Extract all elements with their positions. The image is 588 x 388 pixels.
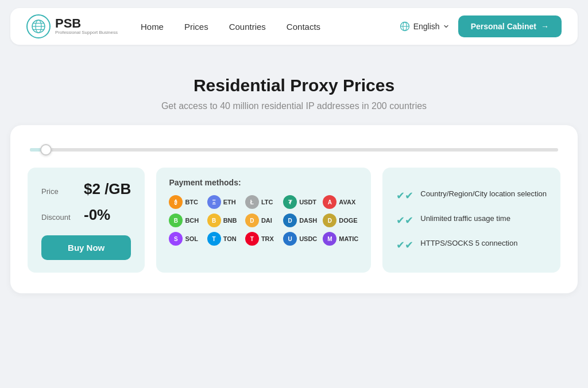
logo-psb: PSB [55,17,118,30]
crypto-item-avax: A AVAX [323,195,358,209]
crypto-icon-usdt: ₮ [283,195,297,209]
crypto-item-btc: ₿ BTC [169,195,201,209]
nav-right: English Personal Cabinet → [400,15,562,37]
discount-value: -0% [84,206,110,224]
crypto-label-dash: DASH [299,217,317,224]
crypto-label-matic: MATIC [339,235,358,242]
bottom-section: Price $2 /GB Discount -0% Buy Now Paymen… [28,168,560,273]
nav-prices[interactable]: Prices [184,22,208,32]
crypto-grid: ₿ BTC Ξ ETH Ł LTC ₮ USDT A AVAX B BCH B … [169,195,358,246]
logo-subtitle: Professional Support Business [55,30,118,36]
crypto-label-bnb: BNB [223,217,237,224]
payment-title: Payment methods: [169,178,358,187]
crypto-label-usdt: USDT [299,199,316,205]
crypto-icon-bnb: B [207,214,221,227]
crypto-icon-doge: D [323,214,336,227]
crypto-item-dash: D DASH [283,214,317,227]
nav-links: Home Prices Countries Contacts [141,22,400,32]
crypto-icon-usdc: U [283,232,297,246]
crypto-icon-matic: M [323,232,336,246]
crypto-icon-trx: T [245,232,259,246]
crypto-item-sol: S SOL [169,232,201,246]
feature-item: ✔✔ Country/Region/City location selectio… [396,189,547,202]
feature-text: HTTPS/SOCKS 5 connection [420,238,517,249]
crypto-icon-ltc: Ł [245,195,259,209]
crypto-item-matic: M MATIC [323,232,358,246]
payment-box: Payment methods: ₿ BTC Ξ ETH Ł LTC ₮ USD… [156,168,371,273]
crypto-icon-eth: Ξ [207,195,221,209]
feature-item: ✔✔ HTTPS/SOCKS 5 connection [396,238,547,251]
navbar: PSB Professional Support Business Home P… [10,8,578,45]
crypto-label-btc: BTC [185,199,198,205]
crypto-item-ltc: Ł LTC [245,195,277,209]
logo-text: PSB Professional Support Business [55,17,118,36]
crypto-item-dai: D DAI [245,214,277,227]
feature-text: Unlimited traffic usage time [420,214,510,224]
crypto-label-trx: TRX [261,235,274,242]
crypto-label-usdc: USDC [299,235,317,242]
slider-track [30,148,558,152]
crypto-label-bch: BCH [185,217,199,224]
crypto-item-eth: Ξ ETH [207,195,239,209]
personal-cabinet-label: Personal Cabinet [471,22,536,31]
crypto-item-bch: B BCH [169,214,201,227]
nav-home[interactable]: Home [141,22,164,32]
crypto-item-ton: T TON [207,232,239,246]
language-label: English [413,22,440,31]
crypto-item-trx: T TRX [245,232,277,246]
chevron-down-icon [443,24,449,29]
feature-text: Country/Region/City location selection [420,189,547,199]
crypto-item-bnb: B BNB [207,214,239,227]
nav-countries[interactable]: Countries [229,22,266,32]
main-card: Price $2 /GB Discount -0% Buy Now Paymen… [10,125,578,293]
globe-icon [400,21,410,32]
features-box: ✔✔ Country/Region/City location selectio… [382,168,560,273]
personal-cabinet-button[interactable]: Personal Cabinet → [458,15,562,37]
price-row: Price $2 /GB [41,180,131,198]
price-value: $2 /GB [84,180,131,198]
logo-icon [26,14,51,38]
slider-area [28,148,560,152]
crypto-icon-dash: D [283,214,297,227]
crypto-label-doge: DOGE [339,217,357,224]
crypto-icon-ton: T [207,232,221,246]
hero-subtitle: Get access to 40 million residential IP … [11,101,577,111]
discount-label: Discount [41,213,75,222]
nav-contacts[interactable]: Contacts [287,22,320,32]
logo[interactable]: PSB Professional Support Business [26,14,118,38]
crypto-label-ltc: LTC [261,199,273,205]
language-selector[interactable]: English [400,21,449,32]
feature-item: ✔✔ Unlimited traffic usage time [396,214,547,227]
discount-row: Discount -0% [41,206,131,224]
crypto-label-dai: DAI [261,217,272,224]
crypto-label-sol: SOL [185,235,198,242]
crypto-icon-avax: A [323,195,336,209]
crypto-label-ton: TON [223,235,237,242]
crypto-icon-sol: S [169,232,183,246]
price-label: Price [41,187,75,196]
price-box: Price $2 /GB Discount -0% Buy Now [28,168,145,273]
buy-now-button[interactable]: Buy Now [41,235,131,260]
check-icon: ✔✔ [396,239,413,251]
crypto-icon-btc: ₿ [169,195,183,209]
crypto-item-doge: D DOGE [323,214,358,227]
crypto-label-eth: ETH [223,199,236,205]
hero-title: Residential Proxy Prices [11,76,577,95]
arrow-right-icon: → [541,22,549,31]
crypto-item-usdt: ₮ USDT [283,195,317,209]
crypto-label-avax: AVAX [339,199,355,205]
check-icon: ✔✔ [396,214,413,227]
crypto-icon-dai: D [245,214,259,227]
crypto-item-usdc: U USDC [283,232,317,246]
check-icon: ✔✔ [396,189,413,202]
crypto-icon-bch: B [169,214,183,227]
hero-section: Residential Proxy Prices Get access to 4… [0,53,588,125]
